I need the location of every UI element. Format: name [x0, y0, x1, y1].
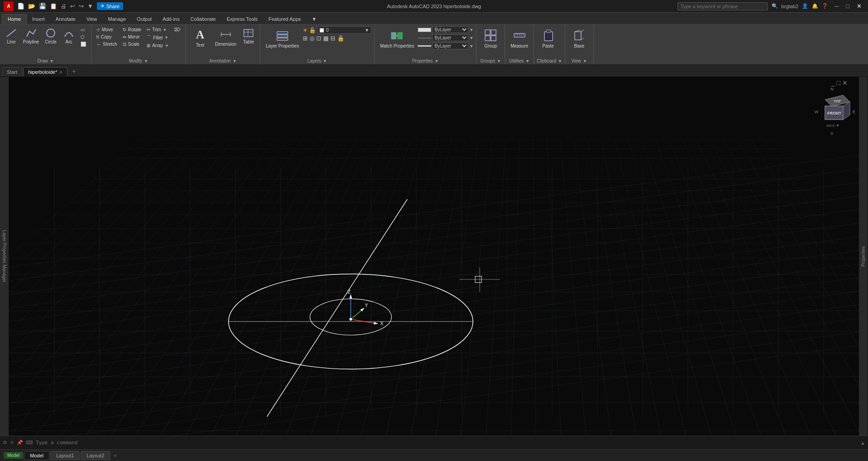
- draw-hatch-button[interactable]: ⬡: [78, 34, 88, 40]
- draw-expand-icon[interactable]: ▼: [50, 59, 54, 63]
- text-button[interactable]: A Text: [189, 26, 211, 49]
- paste-button[interactable]: Paste: [537, 26, 559, 50]
- model-tab[interactable]: Model: [24, 451, 49, 460]
- search-icon[interactable]: 🔍: [772, 3, 778, 9]
- polyline-button[interactable]: Polyline: [21, 26, 41, 46]
- undo-icon[interactable]: ↩: [69, 2, 76, 10]
- annotation-expand-icon[interactable]: ▼: [233, 59, 237, 63]
- match-properties-button[interactable]: Match Properties: [377, 26, 417, 50]
- minimize-button[interactable]: ─: [832, 2, 841, 10]
- new-icon[interactable]: 📄: [16, 2, 25, 10]
- tab-express-tools[interactable]: Express Tools: [221, 14, 263, 24]
- tab-close-button[interactable]: ✕: [59, 70, 62, 75]
- redo-icon[interactable]: ↪: [78, 2, 85, 10]
- circle-button[interactable]: Circle: [42, 26, 59, 46]
- array-button[interactable]: ⊞ Array ▼: [144, 42, 171, 49]
- erase-button[interactable]: ⌦: [172, 26, 183, 33]
- cmdline-scroll-up[interactable]: ▲: [860, 440, 865, 446]
- tab-home[interactable]: Home: [2, 14, 27, 24]
- tab-annotate[interactable]: Annotate: [50, 14, 81, 24]
- layer-icon2[interactable]: ◎: [310, 35, 315, 42]
- draw-gradient-button[interactable]: ⬜: [78, 41, 88, 48]
- notifications-icon[interactable]: 🔔: [812, 3, 818, 9]
- line-button[interactable]: Line: [3, 26, 20, 46]
- tab-addins[interactable]: Add-ins: [157, 14, 185, 24]
- tab-more[interactable]: ▼: [306, 14, 322, 24]
- color-expand-arrow[interactable]: ▼: [469, 28, 473, 32]
- draw-rect-button[interactable]: ▭: [78, 26, 88, 33]
- search-input[interactable]: [677, 2, 768, 10]
- trim-button[interactable]: ✂ Trim ▼: [144, 26, 171, 33]
- cmdline-pin-icon[interactable]: 📌: [17, 440, 23, 446]
- clipboard-expand-icon[interactable]: ▼: [558, 59, 562, 63]
- rotate-button[interactable]: ↻ Rotate: [120, 26, 143, 33]
- properties-expand-icon[interactable]: ▼: [434, 59, 439, 63]
- tab-collaborate[interactable]: Collaborate: [185, 14, 221, 24]
- open-icon[interactable]: 📂: [27, 2, 36, 10]
- svg-line-35: [9, 276, 859, 389]
- saveas-icon[interactable]: 📋: [49, 2, 58, 10]
- tab-hiperboloide[interactable]: hiperboloide* ✕: [23, 67, 67, 77]
- move-button[interactable]: ⊹ Move: [94, 26, 119, 33]
- modify-expand-icon[interactable]: ▼: [144, 59, 148, 63]
- tab-manage[interactable]: Manage: [103, 14, 132, 24]
- layer-dropdown[interactable]: 0 ▼: [317, 26, 372, 34]
- viewport-maximize[interactable]: □: [837, 79, 840, 86]
- arc-button[interactable]: Arc: [60, 26, 77, 46]
- canvas[interactable]: Z Y X S N W E TOP: [9, 77, 859, 436]
- layer-icon6[interactable]: 🔒: [337, 35, 344, 42]
- new-tab-button[interactable]: +: [68, 66, 79, 77]
- tab-view[interactable]: View: [81, 14, 103, 24]
- scale-button[interactable]: ⊡ Scale: [120, 41, 143, 48]
- layout2-tab[interactable]: Layout2: [81, 451, 110, 460]
- utilities-expand-icon[interactable]: ▼: [525, 59, 529, 63]
- layer-icon1[interactable]: ⊞: [303, 35, 308, 42]
- measure-button[interactable]: Measure: [508, 26, 531, 50]
- color-dropdown[interactable]: ByLayer: [432, 26, 468, 33]
- save-icon[interactable]: 💾: [38, 2, 47, 10]
- tab-start[interactable]: Start: [2, 67, 22, 77]
- cmdline-keyboard-icon[interactable]: ⌨: [26, 440, 33, 446]
- viewport-minimize[interactable]: _: [831, 79, 835, 86]
- close-button[interactable]: ✕: [854, 2, 864, 10]
- layer-properties-panel[interactable]: Layer Properties Manager: [0, 77, 9, 436]
- viewport-close[interactable]: ✕: [842, 79, 848, 86]
- restore-button[interactable]: □: [843, 2, 852, 10]
- print-icon[interactable]: 🖨: [60, 2, 67, 10]
- tab-insert[interactable]: Insert: [27, 14, 50, 24]
- customize-icon[interactable]: ▼: [86, 2, 94, 10]
- command-input[interactable]: [36, 440, 858, 446]
- lineweight-expand-arrow[interactable]: ▼: [469, 44, 473, 48]
- cube-right-face[interactable]: [843, 101, 850, 120]
- view-expand-icon[interactable]: ▼: [583, 59, 587, 63]
- stretch-button[interactable]: ↔ Stretch: [94, 41, 119, 48]
- tab-featured-apps[interactable]: Featured Apps: [263, 14, 306, 24]
- tab-output[interactable]: Output: [131, 14, 157, 24]
- add-layout-button[interactable]: +: [111, 453, 119, 458]
- layer-icon3[interactable]: ⊡: [316, 35, 321, 42]
- layers-expand-icon[interactable]: ▼: [323, 59, 327, 63]
- svg-line-33: [9, 303, 859, 417]
- layer-properties-button[interactable]: Layer Properties: [263, 26, 301, 50]
- north-label: N: [830, 87, 834, 91]
- layer-icon5[interactable]: ⊟: [330, 35, 335, 42]
- user-icon[interactable]: 👤: [802, 3, 808, 9]
- layout1-tab[interactable]: Layout1: [50, 451, 80, 460]
- layer-icon4[interactable]: ▦: [323, 35, 329, 42]
- linetype-dropdown[interactable]: ByLayer: [432, 34, 468, 41]
- groups-expand-icon[interactable]: ▼: [497, 59, 501, 63]
- lineweight-dropdown[interactable]: ByLayer: [432, 43, 468, 49]
- share-button[interactable]: ✈ Share: [97, 2, 123, 10]
- mirror-button[interactable]: ⇔ Mirror: [120, 34, 143, 40]
- cmdline-settings-icon[interactable]: ⚙: [3, 440, 7, 446]
- linetype-expand-arrow[interactable]: ▼: [469, 36, 473, 40]
- fillet-button[interactable]: ⌒ Fillet ▼: [144, 34, 171, 42]
- cmdline-close-icon[interactable]: ✕: [10, 440, 14, 446]
- group-button[interactable]: Group: [479, 26, 502, 50]
- table-button[interactable]: Table: [240, 26, 257, 46]
- properties-panel[interactable]: Properties: [859, 77, 868, 436]
- base-button[interactable]: Base: [568, 26, 591, 50]
- copy-button[interactable]: ⎘ Copy: [94, 34, 119, 40]
- help-icon[interactable]: ❓: [822, 3, 828, 9]
- dimension-button[interactable]: Dimension: [212, 26, 239, 48]
